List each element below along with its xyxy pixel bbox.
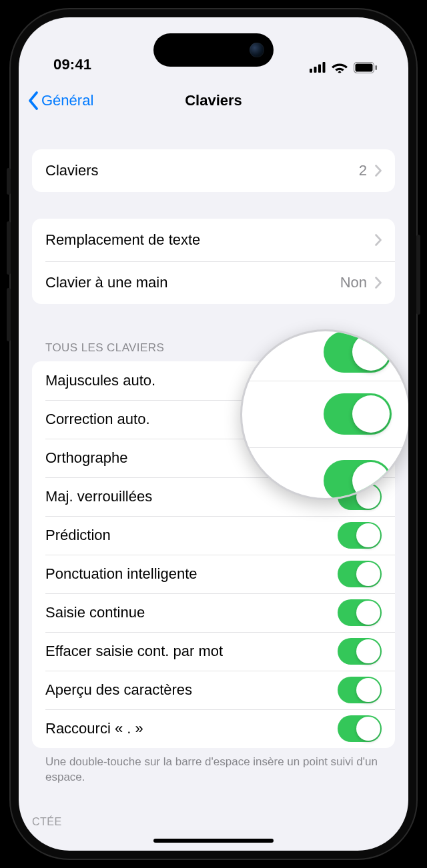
back-label: Général: [41, 92, 93, 109]
toggle-delete-slide-by-word[interactable]: [338, 638, 382, 665]
row-value: 2: [359, 162, 367, 179]
mute-switch: [7, 168, 11, 195]
magnifier-callout: [240, 329, 408, 500]
chevron-right-icon: [375, 277, 382, 289]
front-camera-lens: [250, 43, 264, 57]
chevron-right-icon: [375, 165, 382, 177]
toggle-slide-typing[interactable]: [338, 599, 382, 626]
row-smart-punctuation: Ponctuation intelligente: [32, 555, 395, 593]
row-value: Non: [340, 274, 367, 291]
row-label: Effacer saisie cont. par mot: [45, 643, 338, 660]
row-label: Aperçu des caractères: [45, 681, 338, 699]
volume-up-button: [7, 221, 11, 275]
status-right-cluster: [310, 61, 378, 73]
svg-rect-2: [318, 65, 321, 73]
svg-rect-0: [310, 69, 312, 73]
toggle-prediction[interactable]: [338, 522, 382, 549]
zoom-toggle-auto-correction: [324, 393, 392, 435]
row-label: Prédiction: [45, 527, 338, 544]
side-button: [416, 235, 420, 315]
dynamic-island: [153, 33, 274, 67]
row-label: Raccourci « . »: [45, 720, 338, 737]
row-keyboards[interactable]: Claviers 2: [32, 149, 395, 192]
row-period-shortcut: Raccourci « . »: [32, 709, 395, 748]
row-label: Ponctuation intelligente: [45, 565, 338, 583]
next-section-peek: CTÉE: [32, 816, 62, 828]
chevron-right-icon: [375, 234, 382, 246]
settings-group-keyboards: Claviers 2: [32, 149, 395, 192]
battery-icon: [354, 62, 378, 73]
nav-bar: Général Claviers: [19, 79, 408, 123]
row-label: Remplacement de texte: [45, 231, 375, 249]
volume-down-button: [7, 288, 11, 341]
cellular-signal-icon: [310, 62, 326, 73]
row-one-handed-keyboard[interactable]: Clavier à une main Non: [32, 261, 395, 304]
svg-rect-1: [314, 67, 317, 73]
svg-rect-5: [356, 63, 373, 71]
svg-rect-3: [323, 62, 326, 73]
iphone-device-frame: 09:41 Général Claviers: [9, 8, 418, 860]
toggle-character-preview[interactable]: [338, 677, 382, 703]
back-button[interactable]: Général: [28, 91, 93, 110]
chevron-left-icon: [28, 91, 39, 110]
row-label: Saisie continue: [45, 604, 338, 621]
svg-rect-6: [376, 65, 378, 70]
row-prediction: Prédiction: [32, 516, 395, 555]
footer-note: Une double-touche sur la barre d'espace …: [32, 748, 395, 785]
row-slide-typing: Saisie continue: [32, 593, 395, 632]
wifi-icon: [332, 61, 348, 73]
toggle-period-shortcut[interactable]: [338, 715, 382, 742]
toggle-smart-punctuation[interactable]: [338, 561, 382, 587]
status-time: 09:41: [53, 56, 91, 73]
home-indicator[interactable]: [153, 839, 274, 843]
screen: 09:41 Général Claviers: [19, 17, 408, 851]
row-text-replacement[interactable]: Remplacement de texte: [32, 219, 395, 261]
row-label: Clavier à une main: [45, 274, 340, 291]
row-label: Claviers: [45, 162, 359, 179]
settings-group-options: Remplacement de texte Clavier à une main…: [32, 219, 395, 304]
row-delete-slide-by-word: Effacer saisie cont. par mot: [32, 632, 395, 671]
row-character-preview: Aperçu des caractères: [32, 671, 395, 709]
